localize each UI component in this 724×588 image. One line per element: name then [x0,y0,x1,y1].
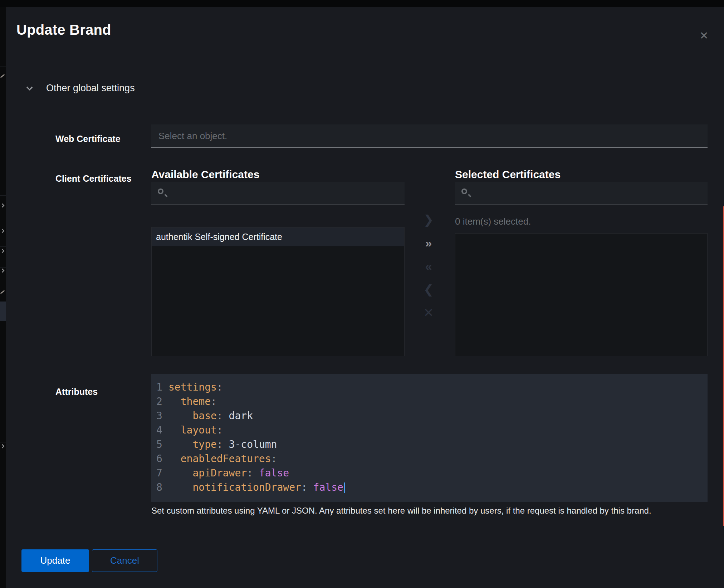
text-cursor [344,482,345,493]
update-brand-modal: Update Brand ✕ Other global settings Web… [6,7,724,588]
sidebar-divider [0,246,6,247]
remove-selected-button[interactable]: ❮ [418,278,439,301]
add-selected-button[interactable]: ❯ [418,208,439,231]
line-number: 7 [151,466,168,480]
modal-title: Update Brand [16,22,111,38]
clipped-chevron-right-icon [0,203,5,208]
clipped-check-icon [0,290,5,294]
sidebar-selected-item-sliver [0,302,6,321]
transfer-controls: ❯»«❮✕ [418,208,439,324]
sidebar-sliver [0,7,6,588]
sidebar-divider [0,195,6,196]
page-top-strip [0,0,724,7]
sidebar-divider [0,267,6,268]
code-line: 8 notificationDrawer: false [151,480,708,495]
selected-certificates-heading: Selected Certificates [455,168,561,181]
code-line: 3 base: dark [151,409,708,423]
add-all-button[interactable]: » [418,231,439,254]
screen: Update Brand ✕ Other global settings Web… [0,0,724,588]
cancel-button[interactable]: Cancel [92,549,157,572]
code-line: 1settings: [151,380,708,395]
sidebar-divider [0,226,6,226]
attributes-code-editor[interactable]: 1settings:2 theme:3 base: dark4 layout:5… [151,374,708,502]
search-icon [158,188,167,198]
line-number: 4 [151,423,168,437]
client-certificates-label: Client Certificates [55,173,132,184]
attributes-label: Attributes [55,387,98,397]
code-text: notificationDrawer: false [168,480,345,495]
line-number: 2 [151,395,168,409]
code-line: 7 apiDrawer: false [151,466,708,480]
available-certificates-heading: Available Certificates [151,168,259,181]
chevron-down-icon [26,84,33,90]
search-icon [461,188,471,198]
sidebar-divider [0,442,6,442]
close-icon[interactable]: ✕ [696,28,712,43]
code-text: base: dark [168,409,253,423]
available-certificate-item[interactable]: authentik Self-signed Certificate [152,227,404,246]
web-certificate-label: Web Certificate [55,134,121,144]
web-certificate-input[interactable] [151,124,708,148]
sidebar-divider [0,67,6,67]
code-text: enabledFeatures: [168,452,277,466]
line-number: 1 [151,380,168,395]
attributes-help-text: Set custom attributes using YAML or JSON… [151,506,709,516]
code-text: theme: [168,395,217,409]
clipped-chevron-right-icon [0,229,5,233]
line-number: 8 [151,480,168,495]
line-number: 3 [151,409,168,423]
code-text: layout: [168,423,223,437]
line-number: 6 [151,452,168,466]
code-text: apiDrawer: false [168,466,289,480]
available-certificates-list: authentik Self-signed Certificate [151,227,405,356]
code-line: 4 layout: [151,423,708,437]
selected-certificates-list [455,233,708,356]
remove-chosen-button[interactable]: ✕ [418,301,439,324]
code-line: 6 enabledFeatures: [151,452,708,466]
section-label: Other global settings [46,83,135,94]
clipped-check-icon [0,74,5,78]
code-line: 5 type: 3-column [151,437,708,452]
available-search[interactable] [151,182,405,205]
code-line: 2 theme: [151,395,708,409]
update-button[interactable]: Update [21,549,89,572]
clipped-chevron-right-icon [0,444,5,449]
clipped-chevron-right-icon [0,249,5,253]
section-other-global-settings[interactable]: Other global settings [26,83,135,94]
clipped-chevron-right-icon [0,268,5,273]
remove-all-button[interactable]: « [418,254,439,278]
selected-count-status: 0 item(s) selected. [455,216,531,227]
code-text: settings: [168,380,223,395]
code-text: type: 3-column [168,437,277,452]
line-number: 5 [151,437,168,452]
selected-search[interactable] [455,182,708,205]
